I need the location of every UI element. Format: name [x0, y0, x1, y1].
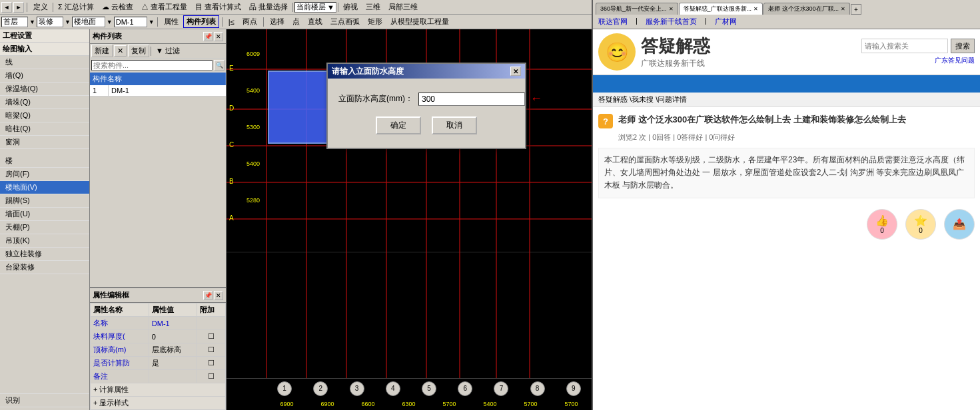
extract-qty-btn[interactable]: 从模型提取工程量 [387, 15, 452, 28]
question-area: ? 老师 这个泛水300在广联达软件怎么绘制上去 土建和装饰装修怎么绘制上去 浏… [593, 107, 980, 410]
two-pts-btn[interactable]: 两点 [239, 15, 260, 28]
plan-view-btn[interactable]: 俯视 [340, 1, 361, 13]
star-button[interactable]: ⭐ 0 [905, 209, 936, 240]
sidebar-item-baseboard[interactable]: 踢脚(S) [0, 194, 89, 208]
search-input[interactable] [91, 60, 213, 71]
svg-text:5300: 5300 [246, 124, 260, 130]
question-row: ? 老师 这个泛水300在广联达软件怎么绘制上去 土建和装饰装修怎么绘制上去 [598, 114, 975, 128]
component-dropdown[interactable]: DM-1 [114, 17, 147, 27]
sidebar-item-wall-pier[interactable]: 墙垛(Q) [0, 96, 89, 109]
point-btn[interactable]: 点 [289, 15, 303, 28]
axis-num-9: 9 [566, 381, 581, 396]
sidebar-item-suspended[interactable]: 吊顶(K) [0, 234, 89, 248]
delete-component-btn[interactable]: ✕ [114, 45, 127, 57]
rect-btn[interactable]: 矩形 [364, 15, 386, 28]
new-component-btn[interactable]: 新建 [91, 45, 113, 57]
sidebar-item-stairs[interactable]: 楼 [0, 154, 89, 168]
sidebar-item-hidden-beam[interactable]: 暗梁(Q) [0, 109, 89, 122]
star-count: 0 [919, 227, 923, 234]
view-calc-btn[interactable]: 目 查看计算式 [192, 1, 245, 13]
comp-row-1[interactable]: 1 DM-1 [90, 85, 226, 97]
dialog-buttons: 确定 取消 [338, 116, 514, 134]
sidebar-item-hidden-col[interactable]: 暗柱(Q) [0, 122, 89, 136]
sidebar-item-insulate-wall[interactable]: 保温墙(Q) [0, 83, 89, 96]
nav-link-service[interactable]: 服务新干线首页 [646, 17, 697, 27]
select-btn[interactable]: 选择 [266, 15, 288, 28]
site-sub-title: 广联达服务新干线 [641, 58, 710, 69]
sidebar-item-wall[interactable]: 墙(Q) [0, 69, 89, 83]
search-button[interactable]: 🔍 [214, 60, 225, 71]
properties-btn[interactable]: 属性 [161, 15, 182, 28]
sidebar-item-define[interactable]: 识别 [0, 393, 89, 407]
sidebar-item-floor-surface[interactable]: 楼地面(V) [0, 181, 89, 194]
sidebar-item-line[interactable]: 线 [0, 56, 89, 69]
sidebar-item-beam-decoration[interactable]: 台梁装修 [0, 261, 89, 274]
add-tab-btn[interactable]: + [851, 4, 861, 15]
nav-back[interactable]: ◄ [1, 2, 12, 13]
props-close-btn[interactable]: ✕ [214, 291, 223, 300]
nav-link-lianda[interactable]: 联达官网 [598, 17, 628, 27]
prop-expand-calc[interactable]: + 计算属性 [91, 383, 226, 397]
tab-close-2[interactable]: ✕ [841, 6, 845, 12]
view-qty-btn[interactable]: △ 查看工程量 [138, 1, 191, 13]
current-floor-dropdown[interactable]: 当前楼层▼ [294, 2, 336, 13]
prop-expand-style[interactable]: + 显示样式 [91, 397, 226, 410]
question-stats: 浏览2 次 | 0回答 | 0答得好 | 0问得好 [618, 132, 975, 142]
dialog-title-bar: 请输入立面防水高度 ✕ [328, 64, 525, 79]
dialog-cancel-button[interactable]: 取消 [432, 116, 477, 134]
breadcrumb: 答疑解惑 \我未搜 \问题详情 [593, 93, 980, 107]
nav-fwd[interactable]: ► [13, 2, 24, 13]
batch-select-btn[interactable]: 品 批量选择 [246, 1, 291, 13]
properties-table: 属性名称 属性值 附加 名称 DM-1 [90, 303, 226, 410]
site-search-btn[interactable]: 搜索 [951, 39, 975, 53]
tab-close-1[interactable]: ✕ [753, 6, 758, 12]
floor-surface-dropdown[interactable]: 楼地面 [72, 17, 105, 27]
like-button[interactable]: 👍 0 [867, 209, 897, 240]
cad-panel: ◄ ► 定义 Σ 汇总计算 ☁ 云检查 △ 查看工程量 目 查看计算式 品 批量… [0, 0, 593, 410]
project-settings-header[interactable]: 工程设置 [0, 29, 89, 43]
browser-tabs-bar: 360导航_新一代安全上... ✕ 答疑解惑_广联达服务新... ✕ 老师 这个… [593, 0, 980, 15]
canvas-container[interactable]: 6009 5400 5300 5400 5280 E D C B A [227, 29, 592, 378]
sidebar-item-col-decoration[interactable]: 独立柱装修 [0, 248, 89, 261]
svg-text:B: B [229, 178, 234, 185]
site-search-input[interactable] [861, 39, 948, 53]
sidebar-item-recognize[interactable] [0, 407, 89, 410]
define-btn[interactable]: 定义 [30, 1, 51, 13]
local-3d-btn[interactable]: 局部三维 [385, 1, 421, 13]
props-header: 属性编辑框 📌 ✕ [90, 288, 226, 303]
sidebar-item-ceiling[interactable]: 天棚(P) [0, 221, 89, 234]
sidebar-item-window-hole[interactable]: 窗洞 [0, 136, 89, 149]
floor-dropdown[interactable]: 首层 [1, 17, 28, 27]
site-main-title: 答疑解惑 [641, 35, 710, 58]
panel-close-btn[interactable]: ✕ [214, 32, 223, 41]
browser-tab-360[interactable]: 360导航_新一代安全上... ✕ [596, 3, 678, 15]
arc-btn[interactable]: 三点画弧 [327, 15, 363, 28]
prop-row-calc: 是否计算防 是 ☐ [91, 357, 226, 370]
browser-tab-teacher[interactable]: 老师 这个泛水300在厂联... ✕ [763, 3, 850, 15]
nav-link-material[interactable]: 广材网 [715, 17, 737, 27]
component-list-btn[interactable]: 构件列表 [183, 15, 219, 28]
tab-close-0[interactable]: ✕ [669, 6, 674, 12]
dialog-value-input[interactable] [418, 93, 525, 106]
dialog-close-btn[interactable]: ✕ [510, 67, 521, 76]
dialog-ok-button[interactable]: 确定 [376, 116, 421, 134]
browser-tab-dyjh[interactable]: 答疑解惑_广联达服务新... ✕ [679, 3, 763, 15]
tool-btn[interactable]: |≤ [225, 17, 238, 27]
cad-toolbar-row1: ◄ ► 定义 Σ 汇总计算 ☁ 云检查 △ 查看工程量 目 查看计算式 品 批量… [0, 0, 592, 15]
3d-view-btn[interactable]: 三维 [362, 1, 384, 13]
decoration-dropdown[interactable]: 装修 [37, 17, 63, 27]
drawing-input-header[interactable]: 绘图输入 [0, 43, 89, 56]
sidebar-item-room[interactable]: 房间(F) [0, 168, 89, 181]
feedback-link[interactable]: 广东答见问题 [935, 56, 975, 65]
share-button[interactable]: 📤 [944, 209, 975, 240]
props-pin-btn[interactable]: 📌 [203, 291, 213, 300]
height-input-dialog[interactable]: 请输入立面防水高度 ✕ 立面防水高度(mm)： ← [326, 63, 526, 149]
sidebar-item-wallsurface[interactable]: 墙面(U) [0, 208, 89, 221]
cloud-check-btn[interactable]: ☁ 云检查 [99, 1, 137, 13]
comp-row-num: 1 [90, 85, 109, 96]
filter-btn[interactable]: ▼ 过滤 [153, 45, 183, 57]
sum-calc-btn[interactable]: Σ 汇总计算 [55, 1, 97, 13]
panel-pin-btn[interactable]: 📌 [203, 32, 213, 41]
line-btn[interactable]: 直线 [304, 15, 326, 28]
copy-component-btn[interactable]: 复制 [128, 45, 149, 57]
